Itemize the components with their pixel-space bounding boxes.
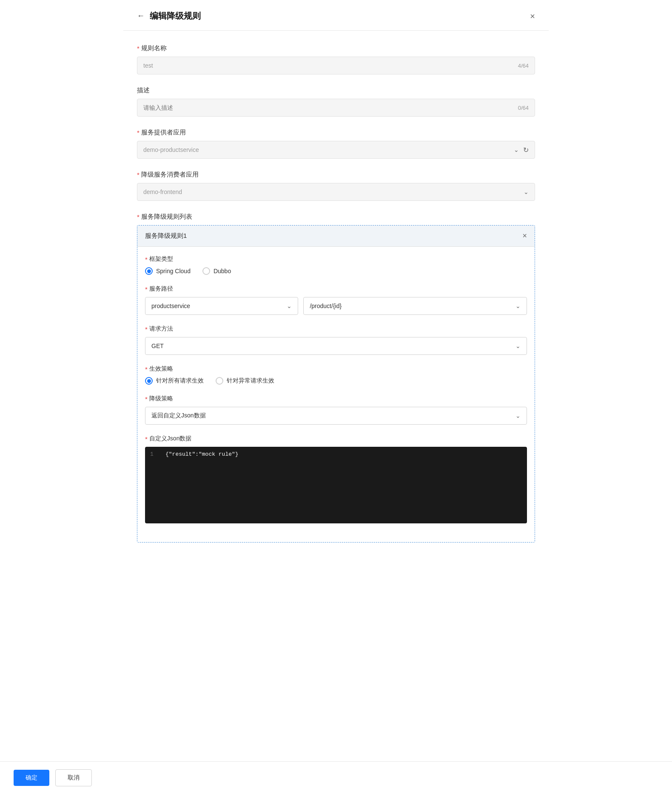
consumer-label: * 降级服务消费者应用 [137,171,535,179]
method-value: GET [151,343,164,349]
path-left-chevron-icon: ⌄ [287,303,292,309]
radio-all-requests-label: 针对所有请求生效 [156,377,204,385]
downgrade-strategy-select[interactable]: 返回自定义Json数据 ⌄ [145,407,527,425]
framework-type-label: * 框架类型 [145,255,527,263]
rules-list-label: * 服务降级规则列表 [137,213,535,221]
effect-strategy-field: * 生效策略 针对所有请求生效 针对异常请求生效 [145,365,527,385]
code-line-1: 1 {"result":"mock rule"} [145,447,527,462]
header-left: ← 编辑降级规则 [137,10,201,22]
required-star-6: * [145,286,148,293]
path-selects: productservice ⌄ /product/{id} ⌄ [145,297,527,315]
framework-radio-group: Spring Cloud Dubbo [145,267,527,275]
code-editor[interactable]: 1 {"result":"mock rule"} [145,447,527,523]
required-star-8: * [145,366,148,373]
radio-spring-cloud-label: Spring Cloud [156,268,191,274]
effect-radio-group: 针对所有请求生效 针对异常请求生效 [145,377,527,385]
json-data-field: * 自定义Json数据 1 {"result":"mock rule"} [145,435,527,523]
code-content-1: {"result":"mock rule"} [165,451,239,457]
downgrade-strategy-label: * 降级策略 [145,395,527,403]
form-body: * 规则名称 4/64 描述 0/64 * 服务提供者应用 [123,31,549,605]
rule-name-section: * 规则名称 4/64 [137,44,535,74]
radio-dubbo-label: Dubbo [214,268,231,274]
required-star-4: * [137,213,140,220]
downgrade-strategy-field: * 降级策略 返回自定义Json数据 ⌄ [145,395,527,425]
provider-chevron-icon: ⌄ [514,146,519,153]
method-field: * 请求方法 GET ⌄ [145,325,527,355]
rule-name-input[interactable] [143,62,514,69]
radio-abnormal-requests-label: 针对异常请求生效 [227,377,274,385]
close-button[interactable]: × [530,12,535,20]
path-right-select[interactable]: /product/{id} ⌄ [303,297,527,315]
consumer-value: demo-frontend [143,189,182,195]
rule-body: * 框架类型 Spring Cloud Dubbo [137,247,535,542]
provider-section: * 服务提供者应用 demo-productservice ⌄ ↻ [137,129,535,159]
radio-dubbo-circle [202,267,210,275]
radio-spring-cloud-circle [145,267,153,275]
downgrade-strategy-value: 返回自定义Json数据 [151,412,206,420]
rules-container: 服务降级规则1 × * 框架类型 [137,225,535,543]
effect-strategy-label: * 生效策略 [145,365,527,373]
rule-name-label: * 规则名称 [137,44,535,52]
required-star-1: * [137,45,140,52]
rule-item: 服务降级规则1 × * 框架类型 [137,226,535,542]
required-star-3: * [137,171,140,178]
description-count: 0/64 [518,105,529,111]
rule-name-input-row: 4/64 [137,57,535,74]
radio-dubbo[interactable]: Dubbo [202,267,231,275]
radio-all-requests-circle [145,377,153,385]
framework-type-field: * 框架类型 Spring Cloud Dubbo [145,255,527,275]
service-path-field: * 服务路径 productservice ⌄ /product/{id} [145,285,527,315]
consumer-section: * 降级服务消费者应用 demo-frontend ⌄ [137,171,535,201]
description-input-row: 0/64 [137,99,535,117]
provider-icons: ⌄ ↻ [514,146,529,154]
header: ← 编辑降级规则 × [123,0,549,31]
path-right-chevron-icon: ⌄ [515,303,521,309]
path-left-value: productservice [151,303,190,309]
rule-name-count: 4/64 [518,63,529,69]
description-section: 描述 0/64 [137,86,535,117]
method-select[interactable]: GET ⌄ [145,337,527,355]
path-right-value: /product/{id} [310,303,342,309]
required-star-7: * [145,326,148,333]
required-star-9: * [145,395,148,403]
provider-label: * 服务提供者应用 [137,129,535,137]
method-label: * 请求方法 [145,325,527,333]
required-star-10: * [145,435,148,443]
radio-abnormal-requests-circle [216,377,223,385]
provider-refresh-icon[interactable]: ↻ [523,146,529,154]
radio-all-requests[interactable]: 针对所有请求生效 [145,377,204,385]
required-star-2: * [137,129,140,136]
radio-abnormal-requests[interactable]: 针对异常请求生效 [216,377,274,385]
consumer-select[interactable]: demo-frontend ⌄ [137,183,535,201]
rules-list-section: * 服务降级规则列表 服务降级规则1 × * [137,213,535,543]
required-star-5: * [145,256,148,263]
description-label: 描述 [137,86,535,94]
downgrade-strategy-chevron-icon: ⌄ [515,412,521,419]
page-title: 编辑降级规则 [150,10,201,22]
provider-select[interactable]: demo-productservice ⌄ ↻ [137,141,535,159]
page-container: ← 编辑降级规则 × * 规则名称 4/64 描述 0/64 [123,0,549,605]
service-path-label: * 服务路径 [145,285,527,293]
radio-spring-cloud[interactable]: Spring Cloud [145,267,191,275]
description-input[interactable] [143,104,514,111]
back-arrow-icon[interactable]: ← [137,11,145,20]
line-number-1: 1 [150,451,159,457]
method-chevron-icon: ⌄ [515,343,521,349]
consumer-chevron-icon: ⌄ [524,189,529,195]
rule-close-button[interactable]: × [522,231,527,240]
json-data-label: * 自定义Json数据 [145,435,527,443]
rule-title: 服务降级规则1 [145,232,187,240]
provider-value: demo-productservice [143,146,199,153]
path-left-select[interactable]: productservice ⌄ [145,297,298,315]
rule-header: 服务降级规则1 × [137,226,535,247]
